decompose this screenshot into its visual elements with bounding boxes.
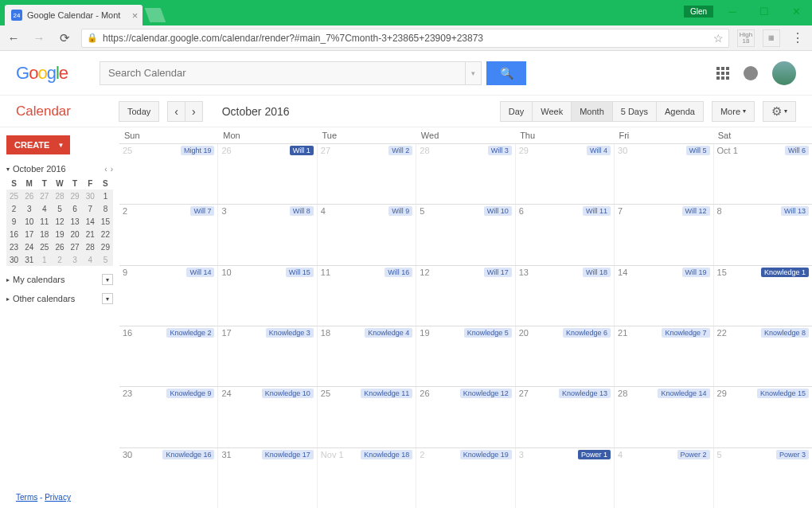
calendar-event[interactable]: Might 19 bbox=[181, 146, 215, 155]
day-cell[interactable]: 10Will 15 bbox=[218, 266, 317, 326]
day-cell[interactable]: Nov 1Knowledge 18 bbox=[318, 448, 416, 508]
day-cell[interactable]: 19Knowledge 5 bbox=[416, 326, 515, 386]
calendar-event[interactable]: Power 2 bbox=[677, 450, 710, 459]
maximize-icon[interactable]: ☐ bbox=[748, 0, 780, 22]
day-cell[interactable]: 27Will 2 bbox=[318, 144, 416, 204]
day-cell[interactable]: 22Knowledge 8 bbox=[714, 326, 812, 386]
today-button[interactable]: Today bbox=[119, 101, 159, 122]
calendar-event[interactable]: Will 10 bbox=[484, 206, 512, 216]
day-cell[interactable]: 25Might 19 bbox=[119, 144, 218, 204]
day-cell[interactable]: 6Will 11 bbox=[516, 205, 615, 264]
view-month[interactable]: Month bbox=[571, 101, 612, 122]
day-cell[interactable]: 12Will 17 bbox=[416, 266, 515, 326]
mini-day[interactable]: 11 bbox=[37, 215, 52, 228]
calendar-event[interactable]: Knowledge 5 bbox=[464, 328, 512, 338]
calendar-event[interactable]: Will 5 bbox=[686, 146, 710, 155]
day-cell[interactable]: 5Will 10 bbox=[416, 205, 515, 264]
calendar-event[interactable]: Will 8 bbox=[290, 206, 314, 216]
calendar-event[interactable]: Will 2 bbox=[388, 146, 412, 155]
calendar-event[interactable]: Knowledge 8 bbox=[761, 328, 809, 338]
new-tab-button[interactable] bbox=[145, 8, 166, 22]
mini-day[interactable]: 10 bbox=[21, 215, 37, 228]
mini-day[interactable]: 2 bbox=[6, 202, 21, 215]
calendar-event[interactable]: Knowledge 17 bbox=[262, 450, 314, 459]
other-calendars-section[interactable]: ▸ Other calendars ▾ bbox=[6, 293, 113, 304]
mini-day[interactable]: 1 bbox=[98, 190, 113, 202]
day-cell[interactable]: 14Will 19 bbox=[615, 266, 713, 326]
day-cell[interactable]: 4Power 2 bbox=[615, 448, 713, 508]
calendar-event[interactable]: Will 17 bbox=[484, 268, 512, 277]
mini-day[interactable]: 14 bbox=[83, 215, 98, 228]
mini-day[interactable]: 17 bbox=[21, 228, 37, 240]
minimize-icon[interactable]: ─ bbox=[716, 0, 748, 22]
calendar-event[interactable]: Knowledge 13 bbox=[559, 389, 611, 398]
calendar-event[interactable]: Knowledge 15 bbox=[757, 389, 809, 398]
calendar-event[interactable]: Will 14 bbox=[186, 268, 214, 277]
day-cell[interactable]: 29Will 4 bbox=[516, 144, 615, 204]
mini-day[interactable]: 3 bbox=[68, 253, 83, 266]
mini-day[interactable]: 3 bbox=[21, 202, 37, 215]
mini-day[interactable]: 28 bbox=[83, 240, 98, 253]
day-cell[interactable]: 17Knowledge 3 bbox=[218, 326, 317, 386]
calendar-event[interactable]: Will 19 bbox=[682, 268, 710, 277]
mini-day[interactable]: 29 bbox=[98, 240, 113, 253]
mini-day[interactable]: 20 bbox=[68, 228, 83, 240]
day-cell[interactable]: 26Will 1 bbox=[218, 144, 317, 204]
day-cell[interactable]: 7Will 12 bbox=[615, 205, 713, 264]
day-cell[interactable]: 24Knowledge 10 bbox=[218, 387, 317, 447]
day-cell[interactable]: Oct 1Will 6 bbox=[714, 144, 812, 204]
mini-day[interactable]: 22 bbox=[98, 228, 113, 240]
create-button[interactable]: CREATE ▼ bbox=[6, 135, 70, 154]
day-cell[interactable]: 3Will 8 bbox=[218, 205, 317, 264]
day-cell[interactable]: 28Knowledge 14 bbox=[615, 387, 713, 447]
url-input[interactable]: 🔒 https://calendar.google.com/calendar/r… bbox=[81, 29, 729, 48]
mini-day[interactable]: 13 bbox=[68, 215, 83, 228]
mini-day[interactable]: 16 bbox=[6, 228, 21, 240]
calendar-event[interactable]: Knowledge 2 bbox=[166, 328, 214, 338]
day-cell[interactable]: 9Will 14 bbox=[119, 266, 218, 326]
my-calendars-section[interactable]: ▸ My calendars ▾ bbox=[6, 274, 113, 285]
calendar-event[interactable]: Will 1 bbox=[290, 146, 314, 155]
calendar-event[interactable]: Knowledge 9 bbox=[166, 389, 214, 398]
calendar-event[interactable]: Will 7 bbox=[190, 206, 214, 216]
apps-icon[interactable] bbox=[716, 67, 729, 80]
day-cell[interactable]: 30Knowledge 16 bbox=[119, 448, 218, 508]
mini-day[interactable]: 25 bbox=[6, 190, 21, 202]
day-cell[interactable]: 21Knowledge 7 bbox=[615, 326, 713, 386]
mini-day[interactable]: 27 bbox=[37, 190, 52, 202]
reload-icon[interactable]: ⟳ bbox=[56, 29, 73, 47]
calendar-event[interactable]: Will 16 bbox=[385, 268, 412, 277]
calendar-event[interactable]: Knowledge 7 bbox=[662, 328, 709, 338]
browser-menu-icon[interactable]: ⋮ bbox=[788, 30, 807, 45]
back-icon[interactable]: ← bbox=[5, 29, 22, 47]
mini-day[interactable]: 29 bbox=[68, 190, 83, 202]
view-agenda[interactable]: Agenda bbox=[656, 101, 704, 122]
mini-day[interactable]: 28 bbox=[52, 190, 67, 202]
mini-day[interactable]: 7 bbox=[83, 202, 98, 215]
dropdown-icon[interactable]: ▾ bbox=[102, 293, 113, 304]
settings-button[interactable]: ⚙ ▾ bbox=[763, 101, 796, 122]
day-cell[interactable]: 31Knowledge 17 bbox=[218, 448, 317, 508]
mini-day[interactable]: 5 bbox=[98, 253, 113, 266]
mini-day[interactable]: 30 bbox=[6, 253, 21, 266]
bookmark-icon[interactable]: ☆ bbox=[713, 32, 724, 45]
day-cell[interactable]: 5Power 3 bbox=[714, 448, 812, 508]
mini-day[interactable]: 12 bbox=[52, 215, 67, 228]
user-badge[interactable]: Glen bbox=[684, 6, 713, 18]
calendar-event[interactable]: Knowledge 16 bbox=[162, 450, 214, 459]
mini-day[interactable]: 30 bbox=[83, 190, 98, 202]
terms-link[interactable]: Terms bbox=[16, 493, 37, 502]
day-cell[interactable]: 20Knowledge 6 bbox=[516, 326, 615, 386]
mini-day[interactable]: 4 bbox=[37, 202, 52, 215]
calendar-event[interactable]: Knowledge 12 bbox=[460, 389, 512, 398]
day-cell[interactable]: 26Knowledge 12 bbox=[416, 387, 515, 447]
view-5-days[interactable]: 5 Days bbox=[612, 101, 656, 122]
mini-day[interactable]: 6 bbox=[68, 202, 83, 215]
calendar-event[interactable]: Will 6 bbox=[785, 146, 809, 155]
day-cell[interactable]: 4Will 9 bbox=[318, 205, 416, 264]
calendar-event[interactable]: Knowledge 10 bbox=[262, 389, 314, 398]
search-input[interactable] bbox=[100, 61, 466, 85]
prev-period-button[interactable]: ‹ bbox=[167, 101, 185, 122]
day-cell[interactable]: 11Will 16 bbox=[318, 266, 416, 326]
calendar-event[interactable]: Knowledge 18 bbox=[361, 450, 412, 459]
